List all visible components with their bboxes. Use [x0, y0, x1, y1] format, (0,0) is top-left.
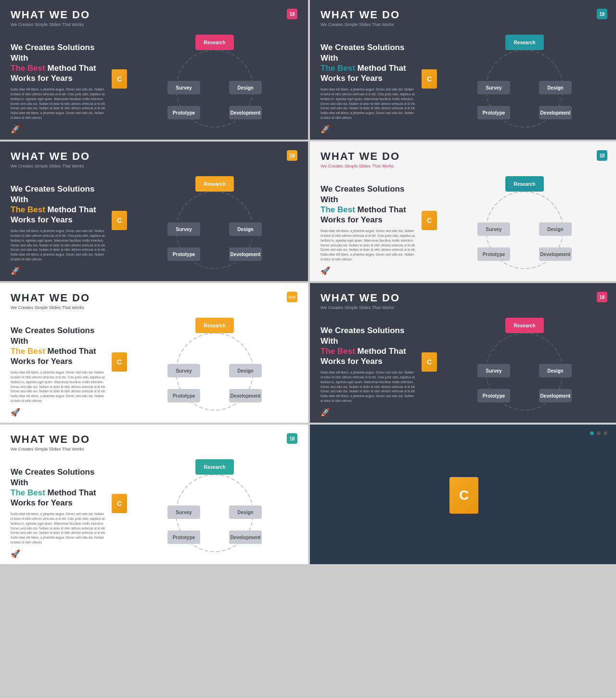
- slide-6: WHAT WE DO We Creates Simple Slides That…: [310, 283, 616, 423]
- slide-1-diagram: Research Survey Design Prototype Develop…: [132, 31, 297, 132]
- slide-2-body: Nulla vitae elit libero, a pharetra augu…: [321, 87, 417, 120]
- slide-4-survey: Survey: [477, 222, 510, 236]
- slide-7-title-block: WHAT WE DO We Creates Simple Slides That…: [11, 433, 90, 452]
- slide-1-development: Development: [229, 106, 262, 119]
- slide-1: WHAT WE DO We Creates Simple Slides That…: [0, 0, 308, 140]
- slide-7-logo: C: [112, 494, 127, 513]
- slide-2-content: We Creates Solutions With The Best Metho…: [321, 30, 607, 133]
- slide-8-dots: [590, 431, 607, 435]
- slide-1-heading: We Creates Solutions With The Best Metho…: [11, 42, 107, 83]
- slide-2-prototype: Prototype: [477, 106, 510, 119]
- slide-8: C: [310, 425, 616, 564]
- slide-1-title-block: WHAT WE DO We Creates Simple Slides That…: [11, 9, 90, 27]
- slide-6-diag-container: Research Survey Design Prototype Develop…: [472, 314, 578, 415]
- slide-4-header: WHAT WE DO We Creates Simple Slides That…: [321, 150, 607, 168]
- slide-5-title: WHAT WE DO: [11, 292, 90, 304]
- slide-2-diag-container: Research Survey Design Prototype Develop…: [472, 31, 578, 132]
- slide-4-num: 18: [597, 150, 607, 161]
- slide-4-content: We Creates Solutions With The Best Metho…: [321, 171, 607, 274]
- slide-3-content: We Creates Solutions With The Best Metho…: [11, 171, 297, 274]
- slide-5-diag-container: Research Survey Design Prototype Develop…: [162, 314, 268, 415]
- slide-6-design: Design: [539, 364, 572, 377]
- slide-7-prototype: Prototype: [167, 530, 200, 544]
- slide-1-research: Research: [195, 35, 234, 50]
- slide-2-logo: C: [422, 69, 437, 89]
- slide-1-design: Design: [229, 81, 262, 94]
- slide-6-title: WHAT WE DO: [321, 292, 400, 304]
- slide-4-subtitle: We Creates Simple Slides That Works: [321, 164, 400, 168]
- slide-3-diagram: Research Survey Design Prototype Develop…: [132, 172, 297, 273]
- slide-1-survey: Survey: [167, 81, 200, 94]
- slide-3-subtitle: We Creates Simple Slides That Works: [11, 164, 90, 168]
- slide-2-num: 18: [597, 9, 607, 19]
- slide-4-diag-container: Research Survey Design Prototype Develop…: [472, 172, 578, 273]
- slide-7-num: 18: [287, 433, 297, 444]
- slide-1-left: We Creates Solutions With The Best Metho…: [11, 42, 107, 120]
- slide-6-title-block: WHAT WE DO We Creates Simple Slides That…: [321, 292, 400, 310]
- slide-3-development: Development: [229, 247, 262, 261]
- slide-7-title: WHAT WE DO: [11, 433, 90, 446]
- slide-7-header: WHAT WE DO We Creates Simple Slides That…: [11, 433, 297, 452]
- slide-3-highlight: The Best: [11, 205, 45, 214]
- slide-3-diag-container: Research Survey Design Prototype Develop…: [162, 172, 268, 273]
- slide-5-logo: C: [112, 352, 127, 372]
- slide-8-center: C: [449, 477, 478, 514]
- slide-5-development: Development: [229, 389, 262, 402]
- slide-6-icon: 🚀: [321, 408, 330, 417]
- slide-7-survey: Survey: [167, 505, 200, 519]
- slide-3-research: Research: [195, 176, 234, 192]
- slide-3-left: We Creates Solutions With The Best Metho…: [11, 184, 107, 261]
- slide-6-logo: C: [422, 352, 437, 372]
- slide-5-content: We Creates Solutions With The Best Metho…: [11, 313, 297, 416]
- slide-4-icon: 🚀: [321, 266, 330, 275]
- slide-5-num: D18: [287, 292, 297, 302]
- slide-6-subtitle: We Creates Simple Slides That Works: [321, 305, 400, 310]
- slide-3-heading: We Creates Solutions With The Best Metho…: [11, 184, 107, 225]
- slide-1-subtitle: We Creates Simple Slides That Works: [11, 22, 90, 27]
- slide-6-content: We Creates Solutions With The Best Metho…: [321, 313, 607, 416]
- slide-2-icon: 🚀: [321, 125, 330, 134]
- slide-2-left: We Creates Solutions With The Best Metho…: [321, 42, 417, 120]
- slide-4-diagram: Research Survey Design Prototype Develop…: [442, 172, 607, 273]
- slide-5-design: Design: [229, 364, 262, 377]
- slide-1-logo: C: [112, 69, 127, 89]
- slide-6-diagram: Research Survey Design Prototype Develop…: [442, 314, 607, 415]
- slide-1-header: WHAT WE DO We Creates Simple Slides That…: [11, 9, 297, 27]
- slide-7-left: We Creates Solutions With The Best Metho…: [11, 467, 107, 544]
- dot-2: [597, 431, 601, 435]
- slide-7-highlight: The Best: [11, 488, 45, 497]
- slide-1-body: Nulla vitae elit libero, a pharetra augu…: [11, 87, 107, 120]
- slide-5-subtitle: We Creates Simple Slides That Works: [11, 305, 90, 310]
- slide-2: WHAT WE DO We Creates Simple Slides That…: [310, 0, 616, 140]
- slide-6-survey: Survey: [477, 364, 510, 377]
- slide-6-header: WHAT WE DO We Creates Simple Slides That…: [321, 292, 607, 310]
- slide-7: WHAT WE DO We Creates Simple Slides That…: [0, 425, 308, 564]
- slide-7-development: Development: [229, 530, 262, 544]
- slide-7-body: Nulla vitae elit libero, a pharetra augu…: [11, 512, 107, 544]
- slide-3-icon: 🚀: [11, 266, 20, 275]
- slide-3-design: Design: [229, 222, 262, 236]
- slide-2-subtitle: We Creates Simple Slides That Works: [321, 22, 400, 27]
- slide-6-prototype: Prototype: [477, 389, 510, 402]
- slide-4-heading: We Creates Solutions With The Best Metho…: [321, 184, 417, 225]
- slide-7-content: We Creates Solutions With The Best Metho…: [11, 454, 297, 557]
- slide-4-left: We Creates Solutions With The Best Metho…: [321, 184, 417, 261]
- slide-3-logo: C: [112, 211, 127, 230]
- slide-7-design: Design: [229, 505, 262, 519]
- slide-2-development: Development: [539, 106, 572, 119]
- slide-4-title-block: WHAT WE DO We Creates Simple Slides That…: [321, 150, 400, 168]
- slide-5-heading: We Creates Solutions With The Best Metho…: [11, 325, 107, 366]
- slide-3-header: WHAT WE DO We Creates Simple Slides That…: [11, 150, 297, 168]
- slide-7-diagram: Research Survey Design Prototype Develop…: [132, 455, 297, 556]
- slide-1-content: We Creates Solutions With The Best Metho…: [11, 30, 297, 133]
- slide-2-diagram: Research Survey Design Prototype Develop…: [442, 31, 607, 132]
- slide-5-survey: Survey: [167, 364, 200, 377]
- slide-4-body: Nulla vitae elit libero, a pharetra augu…: [321, 229, 417, 261]
- dot-3: [603, 431, 607, 435]
- slide-3-title: WHAT WE DO: [11, 150, 90, 163]
- slide-7-research: Research: [195, 459, 234, 475]
- slide-3: WHAT WE DO We Creates Simple Slides That…: [0, 142, 308, 281]
- slide-6-heading: We Creates Solutions With The Best Metho…: [321, 325, 417, 366]
- slide-5-body: Nulla vitae elit libero, a pharetra augu…: [11, 370, 107, 403]
- slide-6-left: We Creates Solutions With The Best Metho…: [321, 325, 417, 403]
